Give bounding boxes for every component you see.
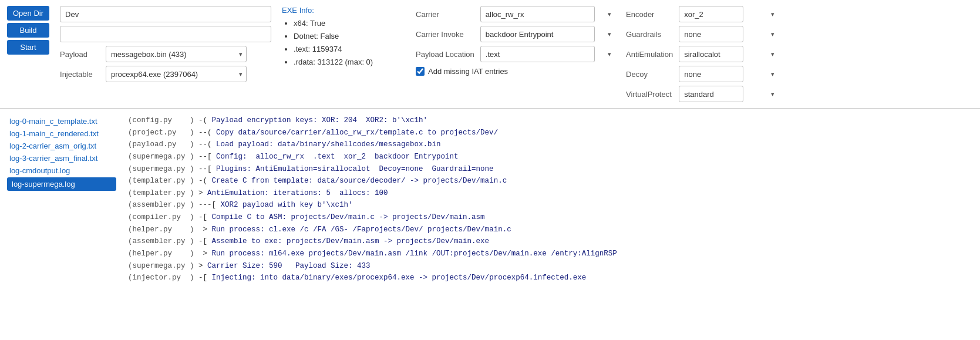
add-missing-iat-checkbox[interactable] [416, 67, 425, 76]
add-missing-iat-label: Add missing IAT entries [428, 67, 508, 76]
build-button[interactable]: Build [7, 23, 49, 38]
decoy-select[interactable]: none [679, 66, 743, 82]
injectable-select-wrapper: procexp64.exe (2397064) [106, 66, 247, 82]
exe-info-panel: EXE Info: x64: True Dotnet: False .text:… [282, 6, 405, 69]
project-form: Payload messagebox.bin (433) Injectable … [60, 6, 271, 82]
empty-input[interactable] [60, 26, 271, 42]
carrier-config: Carrier alloc_rw_rx Carrier Invoke backd… [416, 6, 615, 76]
payload-select-wrapper: messagebox.bin (433) [106, 46, 247, 62]
start-button[interactable]: Start [7, 40, 49, 55]
exe-info-item: .rdata: 313122 (max: 0) [294, 56, 405, 69]
bottom-section: log-0-main_c_template.txtlog-1-main_c_re… [0, 109, 980, 308]
log-nav-item[interactable]: log-0-main_c_template.txt [7, 116, 116, 127]
add-missing-iat-row: Add missing IAT entries [416, 67, 615, 76]
payload-location-label: Payload Location [416, 50, 474, 59]
exe-info-item: Dotnet: False [294, 30, 405, 43]
injectable-label: Injectable [60, 70, 101, 79]
log-nav-item[interactable]: log-supermega.log [7, 177, 116, 191]
payload-location-select-wrapper: .text [480, 46, 615, 62]
virtual-protect-select[interactable]: standard [679, 86, 743, 102]
anti-emulation-label: AntiEmulation [626, 50, 673, 59]
injectable-row: Injectable procexp64.exe (2397064) [60, 66, 271, 82]
log-nav-item[interactable]: log-2-carrier_asm_orig.txt [7, 140, 116, 152]
open-dir-button[interactable]: Open Dir [7, 6, 49, 21]
guardrails-label: Guardrails [626, 30, 673, 39]
log-navigation: log-0-main_c_template.txtlog-1-main_c_re… [0, 113, 123, 308]
carrier-select-wrapper: alloc_rw_rx [480, 6, 615, 22]
encoder-select[interactable]: xor_2 [679, 6, 743, 22]
exe-info-item: x64: True [294, 17, 405, 30]
encoder-config: Encoder xor_2 Guardrails none AntiEmulat… [626, 6, 779, 102]
project-name-input[interactable] [60, 6, 271, 22]
guardrails-select[interactable]: none [679, 26, 743, 42]
log-nav-item[interactable]: log-cmdoutput.log [7, 165, 116, 176]
exe-info-link[interactable]: EXE Info: [282, 6, 314, 15]
anti-emulation-select-wrapper: sirallocalot [679, 46, 779, 62]
payload-select[interactable]: messagebox.bin (433) [106, 46, 247, 62]
log-nav-item[interactable]: log-3-carrier_asm_final.txt [7, 153, 116, 164]
action-buttons: Open Dir Build Start [7, 6, 49, 55]
anti-emulation-select[interactable]: sirallocalot [679, 46, 743, 62]
carrier-invoke-select-wrapper: backdoor Entrypoint [480, 26, 615, 42]
virtual-protect-label: VirtualProtect [626, 90, 673, 99]
encoder-label: Encoder [626, 10, 673, 19]
exe-info-list: x64: True Dotnet: False .text: 1159374 .… [282, 17, 405, 69]
payload-location-select[interactable]: .text [480, 46, 595, 62]
virtual-protect-select-wrapper: standard [679, 86, 779, 102]
guardrails-select-wrapper: none [679, 26, 779, 42]
injectable-select[interactable]: procexp64.exe (2397064) [106, 66, 247, 82]
exe-info-item: .text: 1159374 [294, 43, 405, 56]
carrier-invoke-select[interactable]: backdoor Entrypoint [480, 26, 595, 42]
carrier-invoke-label: Carrier Invoke [416, 30, 474, 39]
payload-label: Payload [60, 50, 101, 59]
log-nav-item[interactable]: log-1-main_c_rendered.txt [7, 128, 116, 139]
carrier-select[interactable]: alloc_rw_rx [480, 6, 595, 22]
payload-row: Payload messagebox.bin (433) [60, 46, 271, 62]
decoy-select-wrapper: none [679, 66, 779, 82]
encoder-select-wrapper: xor_2 [679, 6, 779, 22]
log-output: (config.py ) -( Payload encryption keys:… [123, 113, 980, 308]
carrier-label: Carrier [416, 10, 474, 19]
decoy-label: Decoy [626, 70, 673, 79]
